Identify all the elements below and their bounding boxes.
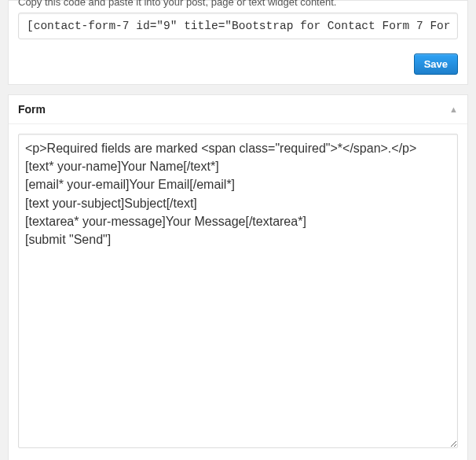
form-panel: Form ▲ <p>Required fields are marked <sp…	[8, 94, 468, 460]
form-panel-body: <p>Required fields are marked <span clas…	[9, 124, 467, 460]
save-button[interactable]: Save	[414, 53, 458, 75]
collapse-toggle-icon[interactable]: ▲	[449, 105, 458, 114]
form-panel-header[interactable]: Form ▲	[9, 95, 467, 124]
instruction-text: Copy this code and paste it into your po…	[18, 0, 458, 13]
form-panel-title: Form	[18, 103, 46, 116]
save-row: Save	[18, 39, 458, 75]
shortcode-panel: Copy this code and paste it into your po…	[8, 0, 468, 85]
shortcode-readonly[interactable]: [contact-form-7 id="9" title="Bootstrap …	[18, 13, 458, 39]
form-template-textarea[interactable]: <p>Required fields are marked <span clas…	[18, 134, 458, 448]
